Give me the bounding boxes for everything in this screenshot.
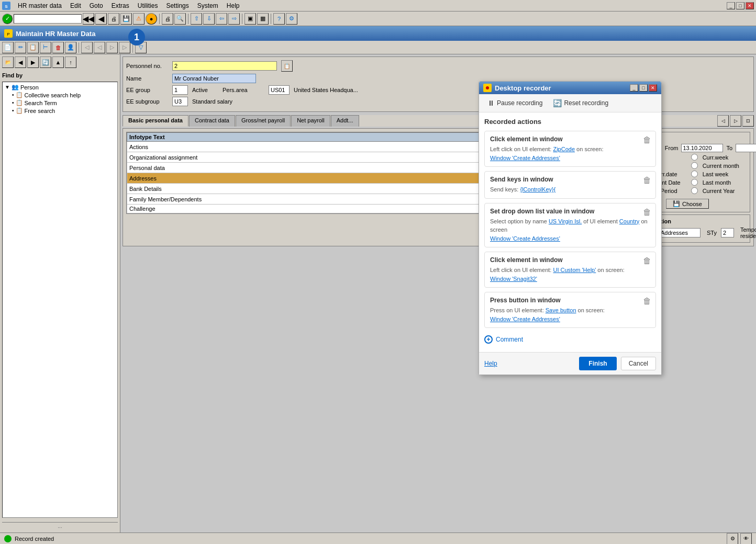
recorder-maximize-button[interactable]: □ [639,84,648,92]
tab-contract[interactable]: Contract data [189,115,235,127]
menu-edit[interactable]: Edit [66,1,85,10]
overview-button[interactable]: 👤 [65,42,76,53]
create-button[interactable]: 📄 [2,42,14,53]
period-from-input[interactable] [681,144,723,152]
collapse-all-button[interactable]: ▲ [52,56,64,68]
cancel-button[interactable]: Cancel [621,357,656,370]
maximize-button[interactable]: □ [736,2,744,9]
action-element-link-4[interactable]: UI Custom 'Help' [553,267,596,273]
action-option-link-3[interactable]: US Virgin Isl. [549,218,582,224]
action2-button[interactable]: ⇩ [203,13,215,25]
save-local-button[interactable]: 💾 [120,13,132,25]
view2-button[interactable]: ▦ [257,13,269,25]
tab-scroll-right-button[interactable]: ▷ [730,115,741,127]
warning-button[interactable]: ⚠ [133,13,144,25]
config-button[interactable]: ⚙ [286,13,297,25]
tab-basic-personal[interactable]: Basic personal data [123,115,188,127]
menu-goto[interactable]: Goto [85,1,107,10]
tree-node-person[interactable]: ▼ 👥 Person [4,83,116,91]
personnel-no-input[interactable] [172,61,277,71]
action-window-link-1[interactable]: Window 'Create Addresses' [490,155,560,161]
pause-recording-button[interactable]: ⏸ Pause recording [484,97,546,109]
tab-addt[interactable]: Addt... [331,115,359,127]
action-window-link-3[interactable]: Window 'Create Addresses' [490,235,560,242]
delimit-button[interactable]: ⊢ [40,42,51,53]
find-button[interactable]: 🔍 [174,13,186,25]
sty-input[interactable] [721,228,734,237]
action-element-link-1[interactable]: ZipCode [553,146,575,152]
menu-extras[interactable]: Extras [107,1,134,10]
period-to-input[interactable] [736,144,756,152]
close-button[interactable]: ✕ [746,2,754,9]
sidebar-resize-handle[interactable]: ··· [2,522,118,530]
save-button[interactable]: ✓ [2,14,13,24]
copy-button[interactable]: 📋 [27,42,39,53]
help-button[interactable]: ? [273,13,285,25]
recorder-close-button[interactable]: ✕ [649,84,657,92]
sidebar-item-free-search[interactable]: • 📋 Free search [4,107,116,115]
infotype-input[interactable] [659,228,701,237]
edit2-button[interactable]: ✏ [15,42,26,53]
period-radio-curr-year[interactable] [691,187,698,194]
period-radio-last-month[interactable] [691,179,698,186]
personnel-lookup-button[interactable]: 📋 [281,60,293,72]
tab-scroll-left-button[interactable]: ◁ [717,115,729,127]
print2-button[interactable]: 🖨 [162,13,173,25]
delete-button[interactable]: 🗑 [52,42,64,53]
nav-right-button[interactable]: ▷ [119,42,130,53]
sidebar-item-search-term[interactable]: • 📋 Search Term [4,99,116,107]
temp-residence-label: Temporary residence [740,226,756,239]
menu-settings[interactable]: Settings [162,1,193,10]
action-delete-4[interactable]: 🗑 [643,256,651,266]
action-delete-3[interactable]: 🗑 [643,208,651,217]
action-window-link-4[interactable]: Window 'Snagit32' [490,276,537,282]
tab-gross-net[interactable]: Gross/net payroll [236,115,291,127]
nav-left-button[interactable]: ◁ [81,42,93,53]
period-radio-curr-month[interactable] [691,162,698,169]
pers-area-code-input[interactable] [269,85,290,95]
print-button[interactable]: 🖨 [108,13,119,25]
green-circle-button[interactable]: ● [146,13,157,25]
tab-net-payroll[interactable]: Net payroll [291,115,330,127]
action-element-link-3[interactable]: Country [619,218,640,224]
view1-button[interactable]: ▣ [244,13,256,25]
reset-recording-button[interactable]: 🔄 Reset recording [550,97,612,109]
back-nav-button[interactable]: ◀◀ [83,13,94,25]
status-icon2[interactable]: 👁 [740,533,752,545]
comment-button[interactable]: + Comment [484,332,656,347]
menu-hr-master-data[interactable]: HR master data [14,1,66,10]
expand-all-button[interactable]: ↑ [65,56,76,68]
action-delete-2[interactable]: 🗑 [643,176,651,185]
menu-system[interactable]: System [193,1,223,10]
status-icon1[interactable]: ⚙ [727,533,738,545]
recorder-minimize-button[interactable]: _ [630,84,638,92]
action3-button[interactable]: ⇦ [216,13,227,25]
ee-subgroup-input[interactable] [172,97,188,106]
choose-button[interactable]: 💾 Choose [666,199,709,209]
period-radio-curr-week[interactable] [691,154,698,161]
action-window-link-5[interactable]: Window 'Create Addresses' [490,316,560,322]
help-link[interactable]: Help [484,360,497,367]
sidebar-toggle-button[interactable]: 📂 [2,56,14,68]
next-record-button[interactable]: ▷ [106,42,118,53]
action-delete-5[interactable]: 🗑 [643,297,651,306]
menu-utilities[interactable]: Utilities [134,1,162,10]
search-refresh-button[interactable]: 🔄 [40,56,51,68]
period-radio-last-week[interactable] [691,171,698,177]
action-element-link-5[interactable]: Save button [546,307,576,313]
search-history-button[interactable]: ◀ [15,56,26,68]
command-input[interactable] [14,14,82,24]
minimize-button[interactable]: _ [727,2,735,9]
action-keys-link-2[interactable]: {lControlKey}{ [520,186,555,192]
sidebar-item-collective-search[interactable]: • 📋 Collective search help [4,91,116,99]
tab-expand-button[interactable]: ⊡ [742,115,754,127]
previous-record-button[interactable]: ◁ [94,42,105,53]
action-delete-1[interactable]: 🗑 [643,135,651,145]
menu-help[interactable]: Help [223,1,244,10]
action1-button[interactable]: ⇧ [191,13,202,25]
finish-button[interactable]: Finish [579,357,616,370]
action4-button[interactable]: ⇨ [228,13,240,25]
prev-button[interactable]: ◀ [95,13,107,25]
ee-group-input[interactable] [172,85,188,95]
search-back-button[interactable]: ▶ [27,56,39,68]
